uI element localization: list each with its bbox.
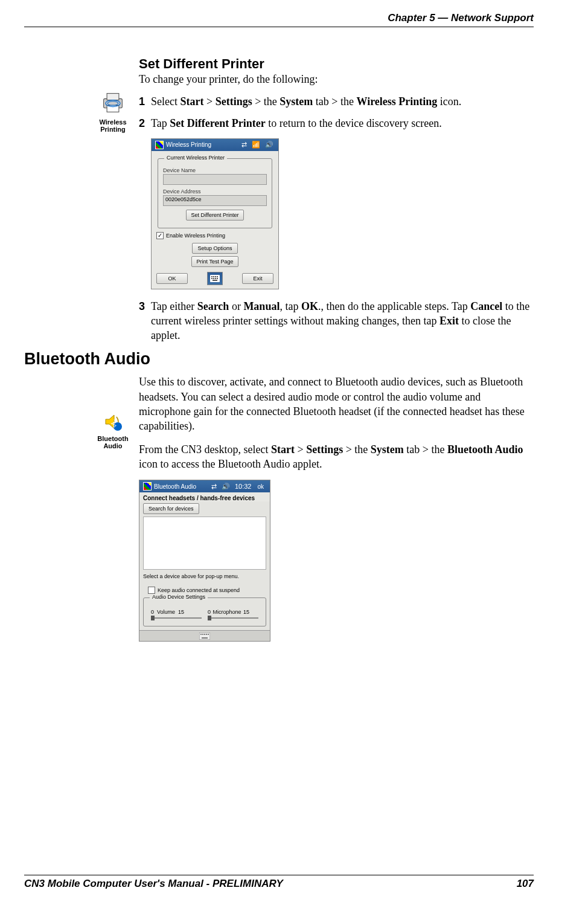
t: to return to the device discovery screen… <box>266 117 442 129</box>
device-address-label: Device Address <box>163 188 267 195</box>
footer-doc-title: CN3 Mobile Computer User's Manual - PREL… <box>24 878 283 890</box>
titlebar: Bluetooth Audio ⇄ 🔊 10:32 ok <box>139 480 270 492</box>
svg-rect-16 <box>199 633 210 640</box>
bluetooth-audio-icon-label: Bluetooth Audio <box>92 435 134 449</box>
svg-rect-12 <box>213 278 214 279</box>
setup-options-button[interactable]: Setup Options <box>192 243 237 254</box>
microphone-slider[interactable]: 0 Microphone 15 <box>208 609 258 615</box>
t: Set Different Printer <box>170 117 266 129</box>
keep-audio-label: Keep audio connected at suspend <box>158 587 240 593</box>
svg-rect-1 <box>107 94 119 100</box>
t: Bluetooth Audio <box>447 443 523 456</box>
t: Manual <box>243 300 280 312</box>
svg-rect-20 <box>206 634 207 635</box>
checkbox-icon[interactable] <box>148 587 155 594</box>
step-text: Select Start > Settings > the System tab… <box>151 94 534 109</box>
device-address-input[interactable]: 0020e052d5ce <box>163 195 267 206</box>
volume-slider[interactable]: 0 Volume 15 <box>151 609 202 615</box>
volume-icon[interactable]: 🔊 <box>220 483 231 491</box>
t: Tap either <box>151 300 197 312</box>
step-1: 1 Select Start > Settings > the System t… <box>139 94 534 109</box>
ok-button[interactable]: OK <box>156 273 188 284</box>
current-printer-groupbox: Current Wireless Printer Device Name Dev… <box>158 158 272 228</box>
svg-rect-11 <box>211 278 213 279</box>
t: Tap <box>151 117 170 129</box>
step-text: Tap Set Different Printer to return to t… <box>151 116 534 130</box>
t: Wireless Printing <box>356 95 437 108</box>
sip-keyboard-button[interactable] <box>207 272 223 285</box>
connectivity-icon[interactable]: ⇄ <box>210 483 218 491</box>
svg-rect-17 <box>200 634 202 635</box>
slider-label: Volume <box>156 609 176 615</box>
ok-softkey[interactable]: ok <box>255 483 266 490</box>
step-number: 1 <box>139 94 151 109</box>
device-name-input[interactable] <box>163 174 267 185</box>
bluetooth-audio-margin-icon: Bluetooth Audio <box>92 411 134 449</box>
screenshot-wireless-printing: Wireless Printing ⇄ 📶 🔊 Current Wireless… <box>151 138 279 289</box>
heading-bluetooth-audio: Bluetooth Audio <box>24 350 534 369</box>
svg-rect-10 <box>217 276 218 277</box>
step-number: 3 <box>139 299 151 343</box>
window-title: Wireless Printing <box>166 141 211 148</box>
t: or <box>229 300 243 312</box>
t: Cancel <box>470 300 502 312</box>
footer-page-number: 107 <box>517 878 534 890</box>
connectivity-icon[interactable]: ⇄ <box>240 141 248 149</box>
bluetooth-audio-nav: From the CN3 desktop, select Start > Set… <box>139 442 534 472</box>
groupbox-title: Audio Device Settings <box>150 594 208 600</box>
enable-wireless-label: Enable Wireless Printing <box>166 233 225 239</box>
svg-rect-21 <box>208 634 209 635</box>
checkbox-icon[interactable]: ✓ <box>156 232 164 239</box>
signal-icon[interactable]: 📶 <box>251 141 261 149</box>
wireless-printing-icon-label: Wireless Printing <box>92 118 134 133</box>
svg-rect-19 <box>204 634 205 635</box>
slider-min: 0 <box>151 609 154 615</box>
t: > the <box>252 95 280 108</box>
svg-rect-14 <box>217 278 218 279</box>
titlebar: Wireless Printing ⇄ 📶 🔊 <box>152 139 278 151</box>
svg-rect-9 <box>215 276 216 277</box>
t: From the CN3 desktop, select <box>139 443 271 456</box>
exit-button[interactable]: Exit <box>242 273 273 284</box>
t: > <box>295 443 306 456</box>
t: Start <box>271 443 295 456</box>
svg-rect-8 <box>213 276 214 277</box>
svg-rect-18 <box>202 634 203 635</box>
t: Select <box>151 95 180 108</box>
slider-min: 0 <box>208 609 211 615</box>
svg-rect-22 <box>202 637 208 639</box>
svg-rect-7 <box>211 276 213 277</box>
set-different-printer-button[interactable]: Set Different Printer <box>186 210 244 221</box>
wireless-printing-margin-icon: Wireless Printing <box>92 89 134 133</box>
t: Exit <box>439 315 459 327</box>
printer-icon <box>100 89 126 116</box>
device-name-label: Device Name <box>163 167 267 173</box>
search-for-devices-button[interactable]: Search for devices <box>143 503 199 514</box>
page-header: Chapter 5 — Network Support <box>24 12 534 27</box>
t: icon. <box>437 95 461 108</box>
keep-audio-checkbox-row[interactable]: Keep audio connected at suspend <box>139 587 270 594</box>
t: > the <box>343 443 371 456</box>
step-text: Tap either Search or Manual, tap OK., th… <box>151 299 534 343</box>
step-number: 2 <box>139 116 151 130</box>
t: ., then do the applicable steps. Tap <box>318 300 470 312</box>
svg-rect-13 <box>215 278 216 279</box>
print-test-page-button[interactable]: Print Test Page <box>191 256 239 267</box>
t: Start <box>180 95 203 108</box>
t: > <box>203 95 215 108</box>
device-list[interactable] <box>143 517 266 570</box>
sip-keyboard-icon[interactable] <box>199 633 210 640</box>
speaker-bluetooth-icon <box>102 411 124 433</box>
page-footer: CN3 Mobile Computer User's Manual - PREL… <box>24 875 534 890</box>
start-flag-icon[interactable] <box>143 482 152 491</box>
step-3: 3 Tap either Search or Manual, tap OK., … <box>139 299 534 343</box>
clock: 10:32 <box>234 483 253 490</box>
volume-icon[interactable]: 🔊 <box>264 141 275 149</box>
section-intro: To change your printer, do the following… <box>139 73 534 86</box>
t: Search <box>197 300 229 312</box>
start-flag-icon[interactable] <box>155 141 164 149</box>
section-title-set-different-printer: Set Different Printer <box>139 56 534 72</box>
device-list-hint: Select a device above for pop-up menu. <box>139 572 270 583</box>
slider-max: 15 <box>243 609 249 615</box>
enable-wireless-checkbox-row[interactable]: ✓ Enable Wireless Printing <box>156 232 273 239</box>
